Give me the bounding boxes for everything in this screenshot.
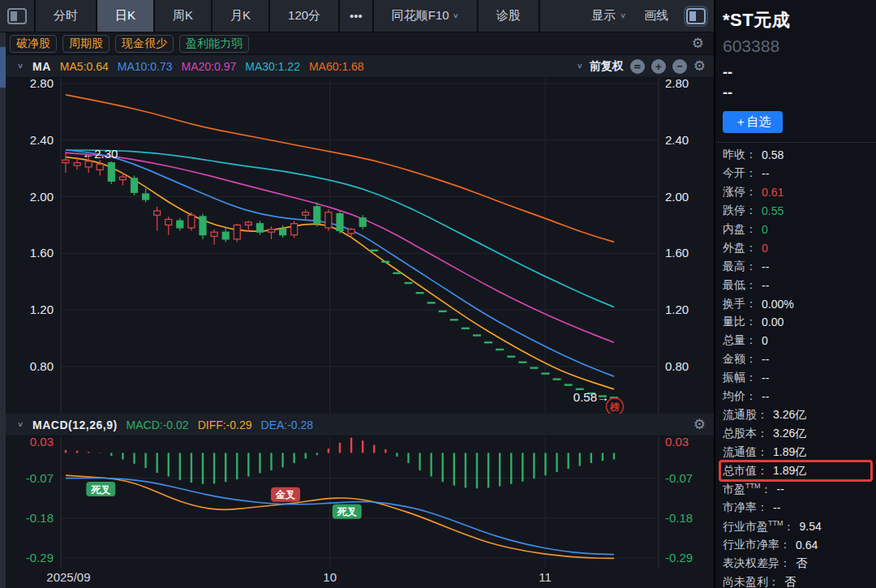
current-price: --: [715, 56, 876, 81]
stock-code: 603388: [715, 32, 876, 56]
stat-row-highlighted: 总市值：1.89亿: [723, 461, 876, 480]
stat-row: 总股本：3.26亿: [723, 424, 876, 443]
draw-line-button[interactable]: 画线: [644, 8, 668, 24]
scroll-indicator: [0, 47, 6, 88]
stat-row: 振幅：--: [723, 369, 876, 388]
display-menu[interactable]: 显示 ∨: [591, 8, 626, 24]
adjust-mode-label[interactable]: 前复权: [590, 59, 624, 74]
toolbar-right: 显示 ∨ 画线: [591, 0, 714, 32]
tab-120分[interactable]: 120分: [270, 0, 340, 32]
stat-row: 跌停：0.55: [723, 202, 876, 221]
zoom-in-icon[interactable]: ＋: [651, 59, 666, 74]
limit-down-dash: [462, 328, 470, 329]
collapse-chevron-icon[interactable]: ∨: [17, 420, 24, 428]
cross-badge-text: 死叉: [90, 484, 110, 496]
candle-body: [85, 161, 92, 167]
add-watchlist-button[interactable]: ＋自选: [723, 111, 783, 133]
ma-legend: ∨ MA MA5:0.64MA10:0.73MA20:0.97MA30:1.22…: [6, 60, 364, 73]
tab-日K[interactable]: 日K: [97, 0, 155, 32]
candle-body: [337, 213, 343, 230]
stat-row: 金额：--: [723, 350, 876, 369]
time-axis: 2025/091011: [0, 568, 714, 588]
y-axis-label: 1.20: [665, 303, 689, 316]
candle-body: [291, 224, 298, 235]
tab-分时[interactable]: 分时: [36, 0, 97, 32]
stat-row: 最低：--: [723, 276, 876, 294]
stat-row: 总量：0: [723, 332, 876, 350]
y-axis-label: -0.29: [665, 551, 693, 564]
limit-down-dash: [518, 361, 526, 363]
macd-chart[interactable]: 0.030.03-0.07-0.07-0.18-0.18-0.29-0.29死叉…: [0, 436, 714, 568]
stock-name: *ST元成: [715, 0, 876, 32]
collapse-chevron-icon[interactable]: ∨: [17, 62, 24, 70]
y-axis-label: -0.07: [665, 471, 693, 485]
y-axis-label: -0.29: [26, 551, 54, 564]
ma-indicator-name: MA: [32, 60, 51, 73]
indicator-value: MA60:1.68: [309, 60, 364, 73]
toolbar-tabs: 分时日K周K月K120分•••同花顺F10∨诊股: [36, 0, 540, 32]
y-axis-label: -0.07: [26, 471, 54, 485]
limit-down-dash: [370, 250, 378, 251]
tags-settings-gear-icon[interactable]: ⚙: [692, 36, 704, 50]
y-axis-label: 1.60: [30, 246, 54, 260]
left-edge-strip: [0, 32, 6, 588]
stock-tag[interactable]: 周期股: [62, 35, 110, 53]
stat-row: 尚未盈利：否: [723, 573, 876, 588]
candle-body: [303, 212, 309, 215]
price-annotation: ←2.30: [82, 147, 118, 161]
stat-row: 最高：--: [723, 257, 876, 276]
y-axis-label: 2.80: [30, 78, 54, 90]
tab-同花顺F10[interactable]: 同花顺F10∨: [374, 0, 479, 32]
panel-layout-icon[interactable]: [686, 8, 706, 24]
candle-body: [234, 225, 240, 238]
candle-body: [62, 160, 69, 162]
candle-body: [222, 232, 229, 239]
stat-row: 外盘：0: [723, 238, 876, 257]
y-axis-label: 1.20: [30, 303, 54, 316]
candle-body: [97, 164, 103, 170]
chevron-down-icon[interactable]: ∨: [577, 62, 583, 70]
candle-body: [177, 221, 183, 228]
stat-row: 市净率：--: [723, 499, 876, 517]
ma-indicator-header: ∨ MA MA5:0.64MA10:0.73MA20:0.97MA30:1.22…: [6, 55, 714, 78]
ma-line-ma20: [66, 152, 614, 342]
candle-body: [108, 163, 114, 182]
chevron-down-icon: ∨: [620, 11, 626, 19]
candle-body: [211, 232, 217, 236]
macd-svg: 0.030.03-0.07-0.07-0.18-0.18-0.29-0.29死叉…: [0, 436, 714, 568]
ma-header-controls: ∨ 前复权 ＝ ＋ − ⚙: [577, 59, 714, 74]
cross-badge-text: 死叉: [337, 506, 357, 517]
y-axis-label: 2.40: [30, 133, 54, 147]
candlestick-chart[interactable]: 2.802.802.402.402.002.001.601.601.201.20…: [0, 78, 714, 414]
macd-settings-gear-icon[interactable]: ⚙: [694, 418, 706, 431]
panel-toggle-icon: [7, 8, 27, 24]
y-axis-label: 0.80: [665, 359, 689, 373]
stock-tag[interactable]: 盈利能力弱: [179, 35, 249, 53]
macd-indicator-header: ∨ MACD(12,26,9) MACD:-0.02DIFF:-0.29DEA:…: [6, 414, 714, 436]
x-axis-label: 10: [323, 570, 337, 584]
tab-月K[interactable]: 月K: [213, 0, 270, 32]
cross-badge-text: 金叉: [275, 489, 295, 500]
zoom-out-icon[interactable]: −: [672, 59, 687, 74]
candle-body: [74, 163, 80, 165]
y-axis-label: 2.40: [665, 133, 689, 147]
tab-诊股[interactable]: 诊股: [479, 0, 540, 32]
indicator-value: DEA:-0.28: [261, 418, 314, 431]
ma-settings-gear-icon[interactable]: ⚙: [694, 59, 706, 73]
chart-region: 分时日K周K月K120分•••同花顺F10∨诊股 显示 ∨ 画线 破净股周期股现…: [0, 0, 714, 588]
limit-down-dash: [439, 311, 447, 312]
candle-body: [314, 207, 320, 224]
stock-tag[interactable]: 现金很少: [115, 35, 174, 53]
macd-header-controls: ⚙: [694, 418, 714, 431]
tab-周K[interactable]: 周K: [155, 0, 213, 32]
indicator-value: MA10:0.73: [118, 60, 173, 73]
stock-app-window: 分时日K周K月K120分•••同花顺F10∨诊股 显示 ∨ 画线 破净股周期股现…: [0, 0, 876, 588]
quote-stats-list: 昨收：0.58今开：--涨停：0.61跌停：0.55内盘：0外盘：0最高：--最…: [715, 143, 876, 588]
x-axis-label: 11: [539, 570, 552, 584]
reset-zoom-icon[interactable]: ＝: [630, 59, 645, 74]
tab-•••[interactable]: •••: [340, 0, 374, 32]
stock-tag[interactable]: 破净股: [10, 35, 57, 53]
y-axis-label: 2.00: [665, 190, 689, 204]
candle-body: [119, 177, 126, 179]
collapse-panel-button[interactable]: [0, 0, 36, 32]
